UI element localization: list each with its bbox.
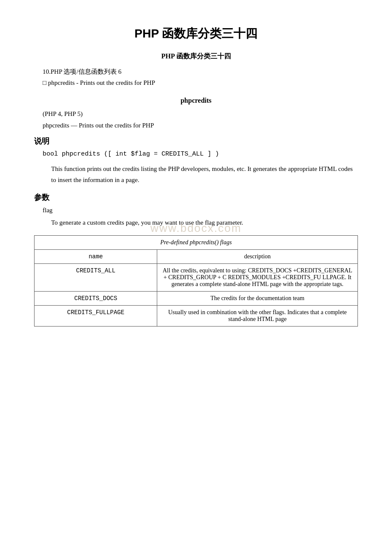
table-column-headers: name description [35,249,358,263]
row-desc-credits-fullpage: Usually used in combination with the oth… [157,305,358,326]
item-link-line: □ phpcredits - Prints out the credits fo… [43,79,358,87]
row-desc-credits-all: All the credits, equivalent to using: CR… [157,263,358,291]
flags-table: Pre-defined phpcredits() flags name desc… [34,235,358,327]
php-version: (PHP 4, PHP 5) [43,110,358,118]
table-row: CREDITS_DOCS The credits for the documen… [35,291,358,305]
table-caption-row: Pre-defined phpcredits() flags [35,235,358,249]
table-row: CREDITS_FULLPAGE Usually used in combina… [35,305,358,326]
function-tagline: phpcredits — Prints out the credits for … [43,122,358,129]
page-title: PHP 函数库分类三十四 [34,26,358,42]
param-name: flag [43,207,358,214]
section-intro: 10.PHP 选项/信息函数列表 6 [43,68,358,76]
section-heading-params: 参数 [34,192,358,202]
col-header-name: name [35,249,157,263]
function-name-heading: phpcredits [34,97,358,104]
table-row: CREDITS_ALL All the credits, equivalent … [35,263,358,291]
subtitle: PHP 函数库分类三十四 [34,52,358,61]
row-name-credits-docs: CREDITS_DOCS [35,291,157,305]
row-name-credits-all: CREDITS_ALL [35,263,157,291]
col-header-desc: description [157,249,358,263]
table-caption: Pre-defined phpcredits() flags [35,235,358,249]
section-heading-explanation: 说明 [34,136,358,146]
param-description: To generate a custom credits page, you m… [51,217,358,228]
code-signature: bool phpcredits ([ int $flag = CREDITS_A… [43,150,358,158]
body-paragraph: This function prints out the credits lis… [51,164,358,185]
row-desc-credits-docs: The credits for the documentation team [157,291,358,305]
row-name-credits-fullpage: CREDITS_FULLPAGE [35,305,157,326]
